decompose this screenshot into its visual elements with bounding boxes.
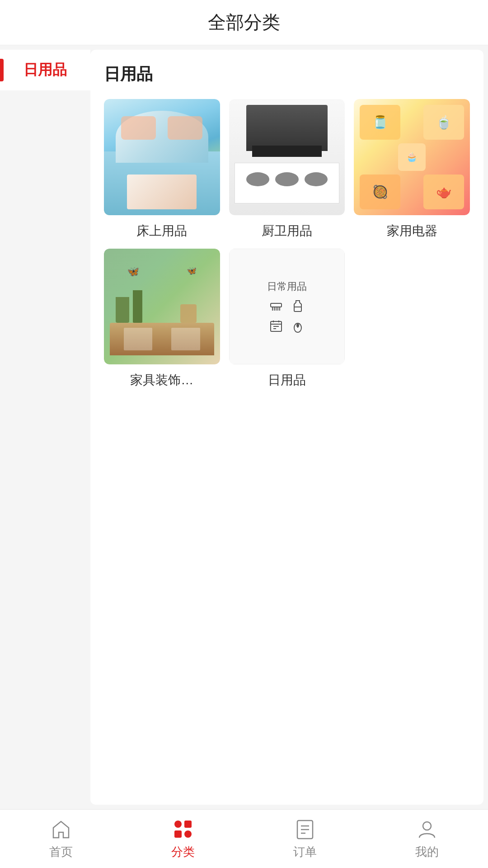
- svg-rect-20: [184, 830, 192, 838]
- tab-home[interactable]: 首页: [0, 810, 122, 868]
- tab-order-label: 订单: [293, 844, 317, 860]
- category-item-bedding[interactable]: 床上用品: [104, 99, 220, 240]
- category-img-daily: 日常用品: [229, 249, 345, 365]
- category-label-daily: 日用品: [268, 372, 306, 389]
- category-icon: [172, 818, 194, 840]
- svg-rect-18: [184, 821, 192, 828]
- svg-rect-17: [174, 821, 182, 828]
- tab-order[interactable]: 订单: [244, 810, 366, 868]
- order-icon: [294, 818, 316, 840]
- content-area: 日用品 床上用品: [90, 50, 483, 805]
- category-label-appliance: 家用电器: [387, 222, 437, 240]
- main-layout: 日用品 日用品: [0, 45, 488, 809]
- tab-bar: 首页 分类 订单 我的: [0, 809, 488, 868]
- category-img-furniture: 🦋 🦋: [104, 249, 220, 365]
- category-img-kitchen: [229, 99, 345, 215]
- app-header: 全部分类: [0, 0, 488, 45]
- category-item-daily[interactable]: 日常用品: [229, 249, 345, 389]
- tab-category[interactable]: 分类: [122, 810, 244, 868]
- home-icon: [50, 818, 72, 840]
- category-grid-row2: 🦋 🦋 家具装饰… 日常用品: [104, 249, 470, 389]
- category-item-furniture[interactable]: 🦋 🦋 家具装饰…: [104, 249, 220, 389]
- category-label-kitchen: 厨卫用品: [262, 222, 312, 240]
- category-item-kitchen[interactable]: 厨卫用品: [229, 99, 345, 240]
- category-item-appliance[interactable]: 🫙 🍵 🥘 🫖 🧁 家用电器: [354, 99, 470, 240]
- svg-rect-0: [271, 303, 282, 307]
- category-label-bedding: 床上用品: [136, 222, 187, 240]
- tab-category-label: 分类: [171, 844, 195, 860]
- svg-point-25: [423, 822, 431, 830]
- sidebar: 日用品: [0, 45, 90, 809]
- category-label-furniture: 家具装饰…: [130, 372, 193, 389]
- tab-mine[interactable]: 我的: [366, 810, 488, 868]
- section-title: 日用品: [104, 63, 470, 85]
- svg-rect-19: [174, 830, 182, 838]
- sidebar-item-daily[interactable]: 日用品: [0, 50, 90, 90]
- category-grid-row1: 床上用品: [104, 99, 470, 240]
- mine-icon: [416, 818, 438, 840]
- sidebar-item-label: 日用品: [23, 60, 67, 80]
- page-title: 全部分类: [208, 10, 280, 35]
- category-img-bedding: [104, 99, 220, 215]
- category-img-appliance: 🫙 🍵 🥘 🫖 🧁: [354, 99, 470, 215]
- tab-home-label: 首页: [49, 844, 73, 860]
- tab-mine-label: 我的: [415, 844, 439, 860]
